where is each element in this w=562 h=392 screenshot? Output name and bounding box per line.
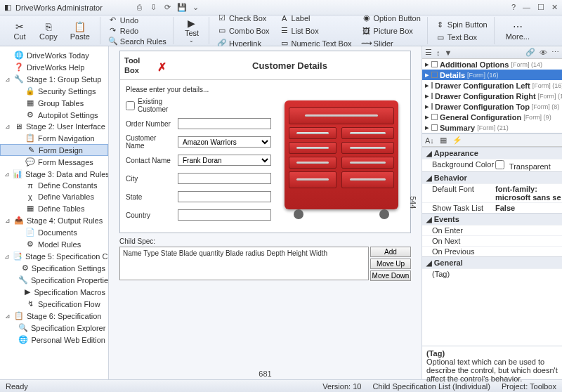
copy-button[interactable]: ⎘Copy bbox=[34, 20, 63, 42]
view-filter-icon[interactable]: ▼ bbox=[445, 48, 452, 57]
nav-item[interactable]: ⚙Model Rules bbox=[0, 238, 108, 250]
eye-icon[interactable]: 👁 bbox=[540, 48, 547, 57]
group-general[interactable]: ◢ General bbox=[422, 256, 562, 268]
customer-select[interactable]: Amazon Warriors bbox=[178, 136, 271, 148]
tree-row[interactable]: ▸Drawer Configuration Top [Form] (8) bbox=[422, 101, 562, 112]
nav-item[interactable]: 🌐DriveWorks Today bbox=[0, 49, 108, 61]
prop-font-val[interactable]: font-family: microsoft sans se bbox=[495, 185, 562, 202]
qat-down-icon[interactable]: ⇩ bbox=[149, 3, 159, 12]
nav-item[interactable]: 🔒Security Settings bbox=[0, 85, 108, 97]
spin-control[interactable]: ⇕Spin Button bbox=[433, 18, 490, 31]
label-control[interactable]: ALabel bbox=[277, 12, 354, 25]
nav-item[interactable]: ⊿📤Stage 4: Output Rules bbox=[0, 214, 108, 226]
paste-button[interactable]: 📋Paste bbox=[65, 20, 96, 42]
qat-more-icon[interactable]: ⌄ bbox=[191, 3, 201, 12]
group-events[interactable]: ◢ Events bbox=[422, 213, 562, 225]
nav-item[interactable]: ▶Specification Macros bbox=[0, 286, 108, 298]
tree-row[interactable]: ▸Summary [Form] (21) bbox=[422, 122, 562, 133]
nav-item[interactable]: ↯Specification Flow bbox=[0, 298, 108, 310]
nav-item[interactable]: ⊿📊Stage 3: Data and Rules bbox=[0, 168, 108, 180]
combobox-control[interactable]: ▭Combo Box bbox=[215, 25, 271, 37]
navigation-tree[interactable]: 🌐DriveWorks Today❓DriveWorks Help⊿🔧Stage… bbox=[0, 46, 109, 379]
nav-item[interactable]: χDefine Variables bbox=[0, 191, 108, 202]
property-grid[interactable]: A↓ ▦ ⚡ ◢ Appearance Background Color Tra… bbox=[422, 133, 562, 346]
order-input[interactable] bbox=[178, 118, 271, 129]
cat-events-icon[interactable]: ⚡ bbox=[452, 136, 462, 145]
cat-alpha-icon[interactable]: A↓ bbox=[425, 136, 434, 145]
group-appearance[interactable]: ◢ Appearance bbox=[422, 147, 562, 159]
nav-item[interactable]: 🌐Personal Web Edition bbox=[0, 334, 108, 346]
cat-group-icon[interactable]: ▦ bbox=[440, 136, 447, 145]
nav-item[interactable]: ⊿🖥Stage 2: User Interface bbox=[0, 121, 108, 132]
minimize-icon[interactable]: — bbox=[523, 3, 530, 12]
option-icon: ◉ bbox=[362, 13, 372, 23]
label-icon: A bbox=[280, 13, 289, 23]
child-spec-panel: Child Spec: Name Type State Blade quanti… bbox=[119, 237, 411, 281]
nav-item[interactable]: ⚙Autopilot Settings bbox=[0, 109, 108, 121]
view-list-icon[interactable]: ☰ bbox=[425, 48, 432, 57]
redo-button[interactable]: ↷Redo bbox=[106, 26, 169, 36]
prop-tasklist-val[interactable]: False bbox=[495, 204, 562, 212]
maximize-icon[interactable]: ☐ bbox=[537, 3, 544, 12]
nav-item[interactable]: 💬Form Messages bbox=[0, 156, 108, 168]
group-behavior[interactable]: ◢ Behavior bbox=[422, 171, 562, 183]
more-button[interactable]: ⋯More... bbox=[500, 20, 535, 42]
nav-item[interactable]: πDefine Constants bbox=[0, 180, 108, 191]
textbox-control[interactable]: ▭Text Box bbox=[433, 31, 490, 44]
option-control[interactable]: ◉Option Button bbox=[360, 12, 423, 25]
picture-control[interactable]: 🖼Picture Box bbox=[360, 25, 423, 37]
qat-refresh-icon[interactable]: ⟳ bbox=[163, 3, 173, 12]
contact-select[interactable]: Frank Doran bbox=[178, 155, 271, 166]
prop-font: Default Font bbox=[432, 185, 495, 202]
quick-access-toolbar: ⎙ ⇩ ⟳ 💾 ⌄ bbox=[135, 3, 201, 12]
listbox-icon: ☰ bbox=[280, 26, 289, 36]
help-icon[interactable]: ? bbox=[511, 3, 516, 12]
country-input[interactable] bbox=[178, 209, 271, 221]
options-icon[interactable]: ⋯ bbox=[551, 48, 559, 57]
movedown-button[interactable]: Move Down bbox=[370, 270, 411, 281]
tree-row[interactable]: ▸General Configuration [Form] (9) bbox=[422, 112, 562, 122]
nav-item[interactable]: ⊿📑Stage 5: Specification Control bbox=[0, 250, 108, 262]
customer-details-form[interactable]: Tool Box✗ Customer Details Please enter … bbox=[119, 51, 411, 233]
tree-row[interactable]: ▸Details [Form] (16) bbox=[422, 70, 562, 80]
nav-item[interactable]: 📋Form Navigation bbox=[0, 132, 108, 144]
form-canvas[interactable]: Tool Box✗ Customer Details Please enter … bbox=[109, 46, 422, 379]
nav-item[interactable]: 🔧Specification Properties bbox=[0, 274, 108, 286]
tree-row[interactable]: ▸Drawer Configuration Left [Form] (16) bbox=[422, 80, 562, 91]
moveup-button[interactable]: Move Up bbox=[370, 259, 411, 269]
nav-item[interactable]: ▦Define Tables bbox=[0, 202, 108, 214]
tree-row[interactable]: ▸Drawer Configuration Right [Form] (12) bbox=[422, 91, 562, 101]
undo-button[interactable]: ↶Undo bbox=[106, 15, 169, 25]
forms-tree[interactable]: ▸Additional Options [Form] (14)▸Details … bbox=[422, 59, 562, 133]
tree-row[interactable]: ▸Additional Options [Form] (14) bbox=[422, 59, 562, 70]
search-rules-button[interactable]: 🔍Search Rules bbox=[106, 37, 169, 46]
product-image bbox=[278, 86, 405, 227]
test-icon: ▶ bbox=[185, 18, 199, 29]
cut-button[interactable]: ✂Cut bbox=[7, 20, 32, 42]
link-icon[interactable]: 🔗 bbox=[525, 48, 535, 57]
qat-save-icon[interactable]: 💾 bbox=[177, 3, 187, 12]
city-label: City bbox=[126, 175, 175, 183]
qat-print-icon[interactable]: ⎙ bbox=[135, 3, 145, 12]
nav-item[interactable]: ⊿📋Stage 6: Specification bbox=[0, 310, 108, 322]
state-input[interactable] bbox=[178, 191, 271, 202]
status-project: Project: Toolbox bbox=[502, 382, 556, 391]
app-icon: ◧ bbox=[4, 3, 11, 12]
nav-item[interactable]: ❓DriveWorks Help bbox=[0, 61, 108, 73]
close-icon[interactable]: ✕ bbox=[551, 3, 558, 12]
nav-item[interactable]: ⊿🔧Stage 1: Group Setup bbox=[0, 73, 108, 85]
add-button[interactable]: Add bbox=[370, 247, 411, 257]
checkbox-control[interactable]: ☑Check Box bbox=[215, 12, 271, 25]
nav-item[interactable]: ✎Form Design bbox=[0, 144, 108, 156]
nav-item[interactable]: 🔍Specification Explorer bbox=[0, 322, 108, 334]
child-spec-list[interactable]: Name Type State Blade quantity Blade rad… bbox=[119, 247, 369, 280]
city-input[interactable] bbox=[178, 173, 271, 184]
test-button[interactable]: ▶Test⌄ bbox=[179, 16, 204, 45]
nav-item[interactable]: 📄Documents bbox=[0, 226, 108, 238]
view-sort-icon[interactable]: ↕ bbox=[436, 48, 440, 57]
nav-item[interactable]: ⚙Specification Settings bbox=[0, 262, 108, 274]
prop-bgcolor-val[interactable]: Transparent bbox=[495, 160, 562, 171]
nav-item[interactable]: ▦Group Tables bbox=[0, 97, 108, 109]
existing-customer-checkbox[interactable] bbox=[126, 101, 135, 110]
listbox-control[interactable]: ☰List Box bbox=[277, 25, 354, 37]
